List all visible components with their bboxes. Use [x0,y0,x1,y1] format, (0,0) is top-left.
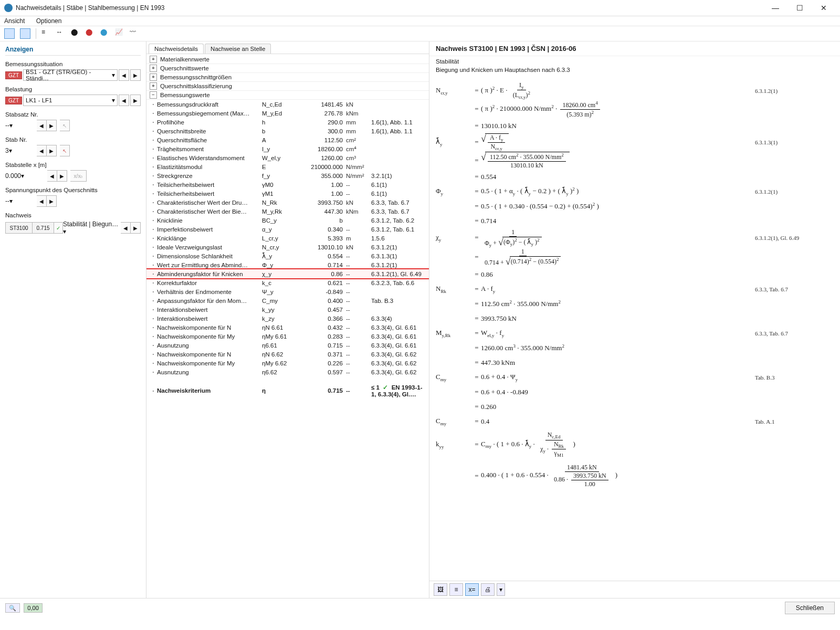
tab-nachweisdetails[interactable]: Nachweisdetails [149,44,204,54]
stab-label: Stab Nr. [5,136,141,143]
fbtn-4[interactable]: 🖨 [481,583,495,596]
tool-1[interactable] [4,28,15,39]
tree-row[interactable]: •Abminderungsfaktor für Knickenχ_y0.86--… [146,269,429,278]
stab-next[interactable]: ▶ [47,145,57,156]
tree-section[interactable]: +Bemessungsschnittgrößen [146,73,429,82]
nachweis-label: Nachweis [5,212,141,218]
tree-row[interactable]: •Korrekturfaktork_c0.621--6.3.2.3, Tab. … [146,278,429,287]
stelle-dropdown[interactable]: 0.000▾ [5,172,47,180]
formula-title: Nachweis ST3100 | EN 1993 | ČSN | 2016-0… [429,41,840,56]
tree-section[interactable]: +Querschnittsklassifizierung [146,82,429,91]
menu-ansicht[interactable]: Ansicht [4,17,25,25]
tree-section[interactable]: −Bemessungswerte [146,91,429,100]
tree-row[interactable]: •Bemessungsbiegemoment (Max…M_y,Ed276.78… [146,109,429,118]
fbtn-2[interactable]: ≡ [449,583,463,596]
sp-dropdown[interactable]: --▾ [5,197,37,205]
tree-row[interactable]: •TrägheitsmomentI_y18260.00cm⁴ [146,144,429,153]
tree-row[interactable]: •Elastisches WiderstandsmomentW_el,y1260… [146,153,429,162]
tree-row[interactable]: •Ausnutzungη6.610.715--6.3.3(4), Gl. 6.6… [146,341,429,350]
close-dialog-button[interactable]: Schließen [785,602,835,614]
tree-row[interactable]: •TeilsicherheitsbeiwertγM11.00--6.1(1) [146,189,429,198]
fbtn-3[interactable]: x= [465,583,479,596]
stabsatz-next[interactable]: ▶ [47,120,57,131]
stab-dropdown[interactable]: 3▾ [5,147,37,154]
footer-search-icon[interactable]: 🔍 [5,603,20,613]
loading-prev[interactable]: ◀ [119,94,129,106]
tool-2[interactable] [20,28,30,39]
tree-row[interactable]: •Imperfektionsbeiwertα_y0.340--6.3.1.2, … [146,225,429,234]
tool-6[interactable]: ⬤ [86,28,95,38]
tree-row[interactable]: •TeilsicherheitsbeiwertγM01.00--6.1(1) [146,180,429,189]
stab-pick[interactable]: ↖ [60,145,70,156]
tree-row[interactable]: •KnicklinieBC_yb6.3.1.2, Tab. 6.2 [146,216,429,225]
tree-view[interactable]: +Materialkennwerte+Querschnittswerte+Bem… [146,54,429,598]
tree-row[interactable]: •Anpassungsfaktor für den Mom…C_my0.400-… [146,296,429,305]
tree-row[interactable]: •Charakteristischer Wert der Bie…M_y,Rk4… [146,207,429,216]
tree-row[interactable]: •BemessungsdruckkraftN_c,Ed1481.45kN [146,100,429,109]
nachweis-next[interactable]: ▶ [131,222,141,234]
tree-row[interactable]: •Charakteristischer Wert der Dru…N_Rk399… [146,198,429,207]
tool-7[interactable]: ⬤ [100,28,110,38]
tree-row[interactable]: •KnicklängeL_cr,y5.393m1.5.6 [146,234,429,243]
tree-row[interactable]: •ElastizitätsmodulE210000.000N/mm² [146,162,429,171]
tree-section[interactable]: +Querschnittswerte [146,64,429,73]
nachweis-check-icon: ✓ [54,222,63,234]
tree-row[interactable]: •Querschnittsbreiteb300.0mm1.6(1), Abb. … [146,127,429,135]
tree-row[interactable]: •Dimensionslose Schlankheitλ̄_y0.554--6.… [146,251,429,260]
left-title: Anzeigen [5,46,141,56]
stab-prev[interactable]: ◀ [37,145,47,156]
tool-8[interactable]: 📈 [115,28,124,38]
tab-nachweise-stelle[interactable]: Nachweise an Stelle [205,44,271,54]
tree-section[interactable]: +Materialkennwerte [146,55,429,64]
stabsatz-dropdown[interactable]: --▾ [5,122,37,129]
tree-row[interactable]: •Ideale VerzweigungslastN_cr,y13010.10kN… [146,243,429,251]
minimize-button[interactable]: — [763,0,788,16]
tree-row[interactable]: •Interaktionsbeiwertk_yy0.457-- [146,305,429,314]
stelle-next[interactable]: ▶ [57,170,67,182]
tree-row[interactable]: •Ausnutzungη6.620.597--6.3.3(4), Gl. 6.6… [146,368,429,376]
situation-prev[interactable]: ◀ [119,69,129,81]
menu-optionen[interactable]: Optionen [36,17,62,25]
tree-row-criterion[interactable]: •Nachweiskriteriumη0.715--≤ 1 ✓ EN 1993-… [146,384,429,397]
tree-row[interactable]: •Profilhöheh290.0mm1.6(1), Abb. 1.1 [146,118,429,127]
formula-area[interactable]: Ncr,y= ( π )2 · E · Iy(Lcr,y)2 6.3.1.2(1… [429,77,840,581]
tool-3[interactable]: ≡ [41,28,51,38]
fbtn-4-drop[interactable]: ▾ [497,583,505,596]
stabsatz-prev[interactable]: ◀ [37,120,47,131]
right-panel: Nachweis ST3100 | EN 1993 | ČSN | 2016-0… [429,41,840,598]
stabsatz-label: Stabsatz Nr. [5,111,141,118]
tool-5[interactable]: ⬤ [71,28,80,38]
stelle-prev[interactable]: ◀ [47,170,57,182]
tree-row[interactable]: •Nachweiskomponente für NηN 6.610.432--6… [146,323,429,332]
loading-next[interactable]: ▶ [130,94,141,106]
formula-sub1: Stabilität [429,56,840,65]
situation-dropdown[interactable]: BS1 - GZT (STR/GEO) - Ständi…▾ [23,69,118,81]
app-icon [4,4,13,12]
tree-row[interactable]: •Wert zur Ermittlung des Abmind…Φ_y0.714… [146,260,429,269]
tree-row[interactable]: •Nachweiskomponente für NηN 6.620.371--6… [146,350,429,359]
formula-footer: 🖼 ≡ x= 🖨 ▾ [429,581,840,598]
nachweis-prev[interactable]: ◀ [121,222,131,234]
stelle-ratio[interactable]: x/x₀ [70,170,87,182]
tool-9[interactable]: 〰 [130,28,139,38]
tree-row[interactable]: •QuerschnittsflächeA112.50cm² [146,135,429,144]
stabsatz-pick[interactable]: ↖ [60,120,70,131]
sp-next[interactable]: ▶ [47,195,57,207]
loading-dropdown[interactable]: LK1 - LF1▾ [23,94,118,106]
tree-row[interactable]: •Nachweiskomponente für MyηMy 6.620.226-… [146,359,429,368]
nachweis-code: ST3100 [5,222,33,234]
situation-next[interactable]: ▶ [130,69,141,81]
tool-4[interactable]: ↔ [56,28,66,38]
left-panel: Anzeigen Bemessungssituation GZT BS1 - G… [0,41,146,598]
tree-row[interactable]: •Interaktionsbeiwertk_zy0.366--6.3.3(4) [146,314,429,323]
footer-precision-icon[interactable]: 0,00 [24,603,42,613]
maximize-button[interactable]: ☐ [788,0,812,16]
nachweis-dropdown[interactable]: Stabilität | Biegun…▾ [63,220,121,235]
tree-row[interactable]: •Verhältnis der EndmomenteΨ_y-0.849-- [146,287,429,296]
nachweis-ratio: 0.715 [33,222,54,234]
fbtn-1[interactable]: 🖼 [434,583,447,596]
sp-prev[interactable]: ◀ [37,195,47,207]
tree-row[interactable]: •Nachweiskomponente für MyηMy 6.610.283-… [146,332,429,341]
close-button[interactable]: ✕ [812,0,836,16]
tree-row[interactable]: •Streckgrenzef_y355.000N/mm²3.2.1(1) [146,171,429,180]
